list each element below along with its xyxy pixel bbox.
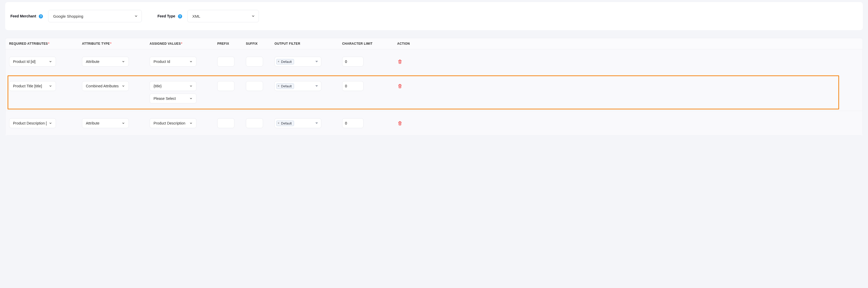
caret-down-icon	[315, 122, 318, 124]
delete-row-button[interactable]	[394, 118, 406, 128]
required-attribute-value: Product Title [title]	[13, 84, 42, 88]
help-icon[interactable]: ?	[178, 14, 182, 19]
assigned-value-select[interactable]: {title}	[150, 81, 196, 91]
chevron-down-icon	[251, 14, 255, 18]
chevron-down-icon	[49, 84, 52, 87]
attribute-type-select[interactable]: Combined Attributes	[82, 81, 129, 91]
character-limit-input[interactable]	[342, 118, 364, 128]
assigned-extra-select[interactable]: Please Select	[150, 94, 196, 103]
required-attribute-value: Product Description [description]	[13, 121, 47, 125]
col-required: REQUIRED ATTRIBUTES	[9, 42, 82, 45]
feed-merchant-value: Google Shopping	[53, 14, 83, 19]
output-filter-tag-label: Default	[281, 84, 292, 88]
chevron-down-icon	[122, 60, 125, 63]
chevron-down-icon	[189, 84, 192, 87]
chevron-down-icon	[189, 122, 192, 125]
assigned-value-select[interactable]: Product Description	[150, 118, 196, 128]
col-assigned: ASSIGNED VALUES	[150, 42, 217, 45]
output-filter-tag: ×Default	[276, 59, 294, 65]
delete-row-button[interactable]	[394, 57, 406, 67]
feed-type-label: Feed Type ?	[157, 14, 182, 19]
assigned-value: Product Description	[154, 121, 185, 125]
chevron-down-icon	[189, 60, 192, 63]
assigned-value-select[interactable]: Product Id	[150, 57, 196, 67]
table-header: REQUIRED ATTRIBUTES ATTRIBUTE TYPE ASSIG…	[5, 38, 863, 49]
feed-merchant-label: Feed Merchant ?	[10, 14, 43, 19]
col-action: ACTION	[394, 42, 410, 45]
prefix-input[interactable]	[217, 57, 235, 67]
required-attribute-value: Product Id [id]	[13, 60, 35, 64]
feed-merchant-label-text: Feed Merchant	[10, 14, 36, 18]
output-filter-tag-label: Default	[281, 121, 292, 125]
feed-type-field: Feed Type ? XML	[157, 10, 259, 22]
required-attribute-select[interactable]: Product Id [id]	[9, 57, 56, 67]
required-attribute-select[interactable]: Product Title [title]	[9, 81, 56, 91]
assigned-value: Product Id	[154, 60, 170, 64]
table-row: Product Id [id]AttributeProduct Id×Defau…	[5, 49, 863, 74]
feed-merchant-select[interactable]: Google Shopping	[48, 10, 142, 22]
assigned-value: {title}	[154, 84, 162, 88]
remove-tag-icon[interactable]: ×	[278, 60, 279, 63]
help-icon[interactable]: ?	[39, 14, 43, 19]
output-filter-select[interactable]: ×Default	[275, 81, 321, 91]
required-attribute-select[interactable]: Product Description [description]	[9, 118, 56, 128]
feed-config-panel: Feed Merchant ? Google Shopping Feed Typ…	[5, 2, 863, 30]
attribute-type-select[interactable]: Attribute	[82, 118, 129, 128]
assigned-extra-value: Please Select	[154, 97, 176, 101]
chevron-down-icon	[49, 60, 52, 63]
table-row: Product Title [title]Combined Attributes…	[5, 74, 863, 111]
feed-merchant-field: Feed Merchant ? Google Shopping	[10, 10, 142, 22]
table-row: Product Description [description]Attribu…	[5, 111, 863, 136]
character-limit-input[interactable]	[342, 57, 364, 67]
col-filter: OUTPUT FILTER	[275, 42, 342, 45]
prefix-input[interactable]	[217, 81, 235, 91]
character-limit-input[interactable]	[342, 81, 364, 91]
col-charlimit: CHARACTER LIMIT	[342, 42, 394, 45]
feed-type-label-text: Feed Type	[157, 14, 175, 18]
caret-down-icon	[315, 85, 318, 87]
chevron-down-icon	[122, 122, 125, 125]
col-prefix: PREFIX	[217, 42, 246, 45]
chevron-down-icon	[134, 14, 138, 18]
output-filter-select[interactable]: ×Default	[275, 118, 321, 128]
feed-type-value: XML	[192, 14, 200, 19]
delete-row-button[interactable]	[394, 81, 406, 91]
output-filter-tag: ×Default	[276, 120, 294, 126]
suffix-input[interactable]	[246, 118, 263, 128]
attribute-type-value: Combined Attributes	[86, 84, 119, 88]
chevron-down-icon	[49, 122, 52, 125]
output-filter-select[interactable]: ×Default	[275, 57, 321, 67]
suffix-input[interactable]	[246, 81, 263, 91]
remove-tag-icon[interactable]: ×	[278, 122, 279, 125]
chevron-down-icon	[122, 84, 125, 87]
output-filter-tag-label: Default	[281, 60, 292, 64]
chevron-down-icon	[189, 97, 192, 100]
col-attr-type: ATTRIBUTE TYPE	[82, 42, 150, 45]
remove-tag-icon[interactable]: ×	[278, 84, 279, 87]
col-suffix: SUFFIX	[246, 42, 275, 45]
output-filter-tag: ×Default	[276, 83, 294, 89]
prefix-input[interactable]	[217, 118, 235, 128]
attribute-type-value: Attribute	[86, 121, 99, 125]
attributes-table: REQUIRED ATTRIBUTES ATTRIBUTE TYPE ASSIG…	[5, 38, 863, 136]
attribute-type-select[interactable]: Attribute	[82, 57, 129, 67]
suffix-input[interactable]	[246, 57, 263, 67]
attribute-type-value: Attribute	[86, 60, 99, 64]
feed-type-select[interactable]: XML	[187, 10, 259, 22]
caret-down-icon	[315, 61, 318, 62]
